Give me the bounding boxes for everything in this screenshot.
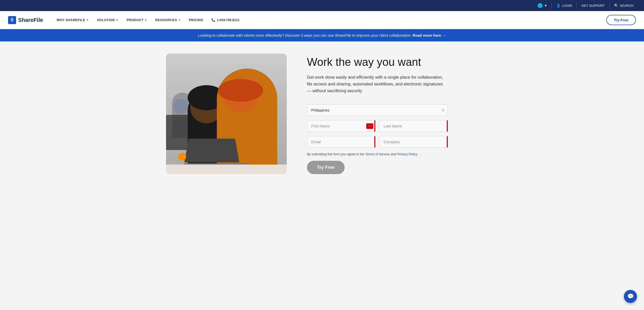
logo[interactable]: S ShareFile	[8, 16, 43, 24]
main-content: Work the way you want Get work done easi…	[146, 41, 498, 186]
email-input[interactable]	[307, 136, 375, 148]
support-link[interactable]: GET SUPPORT	[577, 2, 610, 9]
logo-icon: S	[8, 16, 16, 24]
terms-text: By submitting this form you agree to the…	[307, 152, 448, 157]
lang-chevron: ▼	[544, 4, 547, 8]
nav-resources-label: RESOURCES	[155, 18, 177, 22]
user-icon: 👤	[556, 4, 560, 8]
hero-scene	[166, 54, 287, 174]
nav-pricing[interactable]: PRICING	[185, 16, 207, 24]
chevron-down-icon: ▼	[178, 19, 181, 21]
first-name-field: ···	[307, 120, 375, 132]
search-icon: 🔍	[614, 4, 618, 8]
nav-product-label: PRODUCT	[127, 18, 144, 22]
announcement-banner: Looking to collaborate with clients more…	[0, 29, 644, 41]
country-field[interactable]: Philippines United States Canada United …	[307, 104, 448, 116]
nav-product[interactable]: PRODUCT ▼	[123, 16, 151, 24]
last-name-input[interactable]	[379, 120, 448, 132]
utility-bar: 🌐 ▼ 👤 LOGIN GET SUPPORT 🔍 SEARCH	[0, 0, 644, 11]
hero-image	[166, 54, 287, 174]
nav-resources[interactable]: RESOURCES ▼	[152, 16, 184, 24]
hero-photo	[166, 54, 287, 174]
banner-text: Looking to collaborate with clients more…	[198, 33, 411, 37]
country-select[interactable]: Philippines United States Canada United …	[307, 104, 448, 116]
search-label: SEARCH	[620, 4, 633, 8]
contact-row	[307, 136, 448, 148]
terms-suffix: .	[418, 152, 419, 156]
nav-solution-label: SOLUTION	[97, 18, 115, 22]
terms-of-service-link[interactable]: Terms of Service	[365, 152, 390, 156]
nav-why-label: WHY SHAREFILE	[57, 18, 85, 22]
company-field	[379, 136, 448, 148]
language-selector[interactable]: 🌐 ▼	[534, 2, 552, 10]
chevron-down-icon: ▼	[116, 19, 118, 21]
login-label: LOGIN	[562, 4, 572, 8]
form-area: Work the way you want Get work done easi…	[307, 54, 478, 174]
search-link[interactable]: 🔍 SEARCH	[610, 2, 638, 9]
nav-why-sharefile[interactable]: WHY SHAREFILE ▼	[53, 16, 92, 24]
logo-text: ShareFile	[18, 17, 43, 23]
hero-description: Get work done easily and efficiently wit…	[307, 74, 448, 94]
terms-prefix: By submitting this form you agree to the	[307, 152, 365, 156]
hero-title: Work the way you want	[307, 56, 478, 69]
terms-middle: and	[391, 152, 397, 156]
nav-phone[interactable]: 📞 1.919.745.6111	[208, 16, 243, 24]
error-icon: ···	[366, 123, 373, 129]
chevron-down-icon: ▼	[86, 19, 89, 21]
banner-link-text: Read more here	[413, 33, 441, 37]
signup-form: Philippines United States Canada United …	[307, 104, 448, 174]
company-input[interactable]	[379, 136, 448, 148]
phone-icon: 📞	[211, 18, 215, 22]
submit-button[interactable]: Try Free	[307, 161, 345, 174]
try-free-button[interactable]: Try Free	[606, 15, 636, 25]
main-nav: S ShareFile WHY SHAREFILE ▼ SOLUTION ▼ P…	[0, 11, 644, 29]
banner-link[interactable]: Read more here →	[413, 33, 446, 37]
phone-number: 1.919.745.6111	[217, 18, 239, 22]
support-label: GET SUPPORT	[581, 4, 605, 8]
first-name-input[interactable]	[307, 120, 375, 132]
name-row: ···	[307, 120, 448, 132]
globe-icon: 🌐	[538, 3, 543, 8]
chevron-down-icon: ▼	[145, 19, 147, 21]
privacy-policy-link[interactable]: Privacy Policy	[397, 152, 417, 156]
nav-solution[interactable]: SOLUTION ▼	[93, 16, 122, 24]
nav-links: WHY SHAREFILE ▼ SOLUTION ▼ PRODUCT ▼ RES…	[53, 16, 606, 24]
nav-pricing-label: PRICING	[189, 18, 203, 22]
banner-arrow: →	[442, 33, 446, 37]
last-name-field	[379, 120, 448, 132]
email-field	[307, 136, 375, 148]
login-link[interactable]: 👤 LOGIN	[552, 2, 577, 9]
